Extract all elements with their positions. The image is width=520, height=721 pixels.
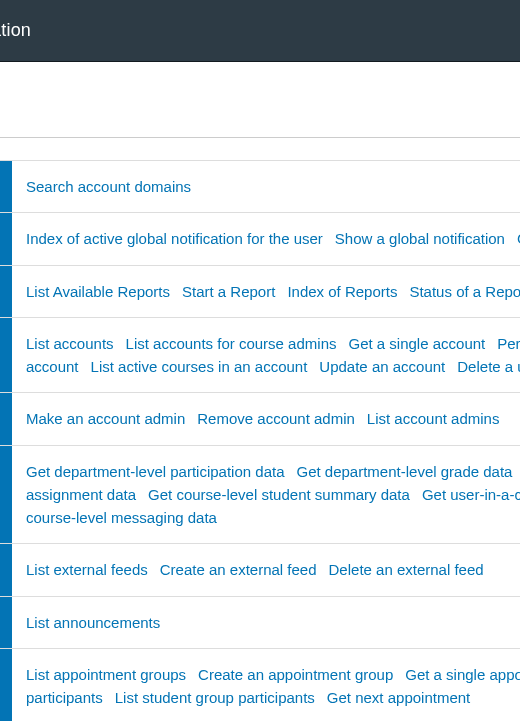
resource-link[interactable]: List student group participants bbox=[115, 689, 315, 706]
row-cell: List appointment groupsCreate an appoint… bbox=[12, 649, 520, 721]
resource-link[interactable]: List accounts for course admins bbox=[126, 335, 337, 352]
resource-link[interactable]: List announcements bbox=[26, 614, 160, 631]
page-title: sources bbox=[0, 84, 520, 137]
row-spine bbox=[0, 393, 12, 444]
resource-link[interactable]: Index of Reports bbox=[287, 283, 397, 300]
resource-link[interactable]: Permission bbox=[497, 335, 520, 352]
resource-table: Search account domainsIndex of active gl… bbox=[0, 160, 520, 721]
row-spine bbox=[0, 318, 12, 393]
row-cell: Index of active global notification for … bbox=[12, 213, 520, 264]
resource-link[interactable]: Get user-in-a-course-le bbox=[422, 486, 520, 503]
resource-link[interactable]: Get next appointment bbox=[327, 689, 470, 706]
table-row: List appointment groupsCreate an appoint… bbox=[0, 648, 520, 721]
resource-link[interactable]: Get department-level grade data bbox=[296, 463, 512, 480]
row-cell: List announcements bbox=[12, 597, 174, 648]
resource-link[interactable]: Create an appointment group bbox=[198, 666, 393, 683]
row-spine bbox=[0, 266, 12, 317]
table-row: Get department-level participation dataG… bbox=[0, 445, 520, 545]
row-cell: List accountsList accounts for course ad… bbox=[12, 318, 520, 393]
row-cell: List external feedsCreate an external fe… bbox=[12, 544, 498, 595]
topbar-title: umentation bbox=[0, 20, 31, 41]
row-spine bbox=[0, 446, 12, 544]
resource-link[interactable]: Get a single account bbox=[348, 335, 485, 352]
resource-link[interactable]: Remove account admin bbox=[197, 410, 355, 427]
resource-link[interactable]: List account admins bbox=[367, 410, 500, 427]
resource-link[interactable]: Get a single appointment bbox=[405, 666, 520, 683]
row-cell: Get department-level participation dataG… bbox=[12, 446, 520, 544]
table-row: List announcements bbox=[0, 596, 520, 649]
resource-link[interactable]: Delete a user from bbox=[457, 358, 520, 375]
resource-link[interactable]: Show a global notification bbox=[335, 230, 505, 247]
resource-link[interactable]: List Available Reports bbox=[26, 283, 170, 300]
resource-link[interactable]: Update an account bbox=[319, 358, 445, 375]
spacer bbox=[0, 62, 520, 84]
resource-link[interactable]: List active courses in an account bbox=[91, 358, 308, 375]
row-cell: List Available ReportsStart a ReportInde… bbox=[12, 266, 520, 317]
resource-link[interactable]: course-level messaging data bbox=[26, 509, 217, 526]
resource-link[interactable]: Get department-level participation data bbox=[26, 463, 284, 480]
resource-link[interactable]: Start a Report bbox=[182, 283, 275, 300]
row-spine bbox=[0, 544, 12, 595]
row-spine bbox=[0, 649, 12, 721]
row-cell: Make an account adminRemove account admi… bbox=[12, 393, 513, 444]
row-spine bbox=[0, 597, 12, 648]
resource-link[interactable]: Get course-level student summary data bbox=[148, 486, 410, 503]
row-spine bbox=[0, 213, 12, 264]
topbar: umentation bbox=[0, 0, 520, 62]
row-spine bbox=[0, 161, 12, 212]
resource-link[interactable]: Index of active global notification for … bbox=[26, 230, 323, 247]
resource-link[interactable]: participants bbox=[26, 689, 103, 706]
table-gap bbox=[0, 138, 520, 160]
row-cell: Search account domains bbox=[12, 161, 205, 212]
table-row: Make an account adminRemove account admi… bbox=[0, 392, 520, 445]
table-row: List Available ReportsStart a ReportInde… bbox=[0, 265, 520, 318]
table-row: List external feedsCreate an external fe… bbox=[0, 543, 520, 596]
table-row: Search account domains bbox=[0, 160, 520, 213]
resource-link[interactable]: Status of a Report bbox=[409, 283, 520, 300]
resource-link[interactable]: Delete an external feed bbox=[329, 561, 484, 578]
resource-link[interactable]: Create an external feed bbox=[160, 561, 317, 578]
resource-link[interactable]: List accounts bbox=[26, 335, 114, 352]
resource-link[interactable]: Make an account admin bbox=[26, 410, 185, 427]
resource-link[interactable]: List external feeds bbox=[26, 561, 148, 578]
resource-link[interactable]: Search account domains bbox=[26, 178, 191, 195]
resource-link[interactable]: List appointment groups bbox=[26, 666, 186, 683]
resource-link[interactable]: assignment data bbox=[26, 486, 136, 503]
resource-link[interactable]: account bbox=[26, 358, 79, 375]
table-row: List accountsList accounts for course ad… bbox=[0, 317, 520, 394]
table-row: Index of active global notification for … bbox=[0, 212, 520, 265]
